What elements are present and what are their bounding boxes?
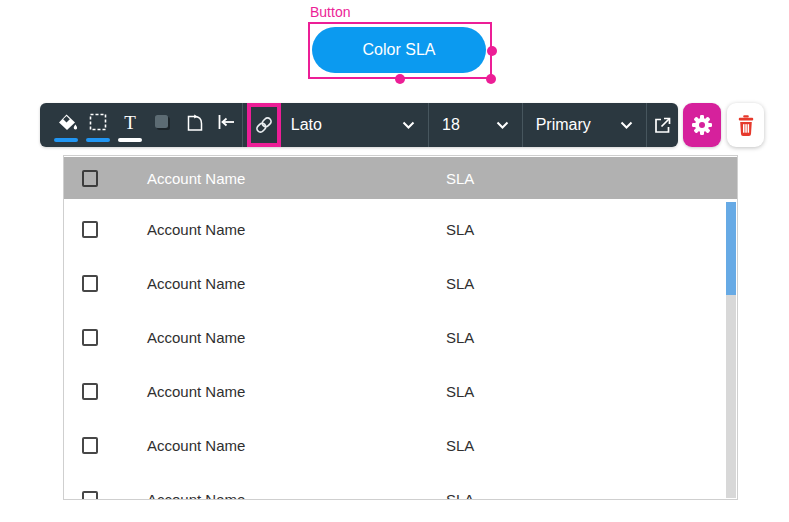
account-name-cell: Account Name	[147, 221, 245, 238]
element-type-label: Button	[310, 4, 350, 20]
chevron-down-icon	[620, 121, 633, 129]
corner-radius-icon	[184, 112, 205, 133]
settings-button[interactable]	[683, 103, 721, 147]
text-style-button[interactable]: T	[114, 103, 146, 147]
table-row[interactable]: Account Name SLA	[64, 418, 737, 472]
external-link-button[interactable]	[647, 103, 678, 147]
table-header-row: Account Name SLA	[64, 157, 737, 199]
table-scrollbar-track[interactable]	[726, 202, 736, 498]
select-all-checkbox[interactable]	[82, 170, 98, 187]
sla-cell: SLA	[446, 329, 474, 346]
link-button-highlight	[247, 103, 281, 147]
sla-cell: SLA	[446, 491, 474, 501]
sla-cell: SLA	[446, 437, 474, 454]
column-header-account-name: Account Name	[147, 170, 245, 187]
delete-button[interactable]	[727, 103, 764, 147]
corner-radius-button[interactable]	[178, 103, 210, 147]
shadow-button[interactable]	[146, 103, 178, 147]
format-toolbar: T	[40, 103, 678, 147]
resize-handle-right[interactable]	[487, 46, 497, 56]
shadow-icon	[152, 112, 172, 132]
sla-cell: SLA	[446, 383, 474, 400]
chevron-down-icon	[496, 121, 509, 129]
style-preset-dropdown[interactable]: Primary	[523, 103, 647, 147]
table-row[interactable]: Account Name SLA	[64, 256, 737, 310]
style-icon-group: T	[40, 103, 242, 147]
font-size-dropdown[interactable]: 18	[429, 103, 522, 147]
fill-icon	[56, 113, 77, 132]
column-header-sla: SLA	[446, 170, 474, 187]
sla-cell: SLA	[446, 275, 474, 292]
external-link-icon	[652, 115, 673, 136]
text-style-icon: T	[124, 113, 136, 132]
spacing-button[interactable]	[210, 103, 242, 147]
selection-box[interactable]: Color SLA	[308, 22, 492, 79]
font-size-value: 18	[442, 116, 460, 134]
gear-icon	[689, 112, 715, 138]
resize-handle-bottom[interactable]	[395, 74, 405, 84]
sla-cell: SLA	[446, 221, 474, 238]
account-name-cell: Account Name	[147, 437, 245, 454]
data-table: Account Name SLA Account Name SLA Accoun…	[63, 155, 738, 500]
row-checkbox[interactable]	[82, 329, 98, 346]
fill-color-button[interactable]	[50, 103, 82, 147]
account-name-cell: Account Name	[147, 329, 245, 346]
color-sla-button[interactable]: Color SLA	[312, 27, 486, 73]
table-row[interactable]: Account Name SLA	[64, 472, 737, 500]
account-name-cell: Account Name	[147, 491, 245, 501]
resize-handle-corner[interactable]	[486, 74, 496, 84]
border-icon	[88, 112, 108, 132]
row-checkbox[interactable]	[82, 275, 98, 292]
row-checkbox[interactable]	[82, 437, 98, 454]
spacing-icon	[216, 113, 236, 131]
account-name-cell: Account Name	[147, 275, 245, 292]
account-name-cell: Account Name	[147, 383, 245, 400]
table-row[interactable]: Account Name SLA	[64, 310, 737, 364]
link-icon	[253, 114, 275, 136]
chevron-down-icon	[402, 121, 415, 129]
style-preset-value: Primary	[536, 116, 591, 134]
table-row[interactable]: Account Name SLA	[64, 202, 737, 256]
link-button[interactable]	[243, 103, 277, 147]
row-checkbox[interactable]	[82, 491, 98, 500]
border-button[interactable]	[82, 103, 114, 147]
table-scrollbar-thumb[interactable]	[726, 202, 736, 295]
row-checkbox[interactable]	[82, 383, 98, 400]
font-family-dropdown[interactable]: Lato	[278, 103, 428, 147]
trash-icon	[736, 114, 756, 137]
table-row[interactable]: Account Name SLA	[64, 364, 737, 418]
font-family-value: Lato	[291, 116, 322, 134]
row-checkbox[interactable]	[82, 221, 98, 238]
